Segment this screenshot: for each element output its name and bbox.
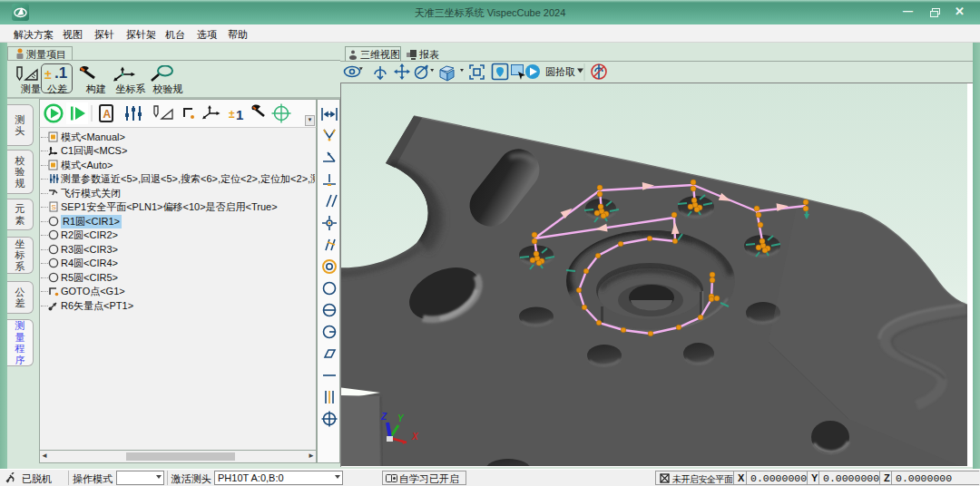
svg-text:圆拾取: 圆拾取 — [545, 66, 575, 77]
svg-text:Z: Z — [380, 412, 387, 422]
svg-text:1: 1 — [236, 107, 243, 122]
svg-text:S: S — [52, 203, 56, 211]
svg-text:±: ± — [229, 108, 235, 121]
svg-text:A: A — [103, 108, 112, 121]
svg-text:X: X — [411, 432, 419, 442]
